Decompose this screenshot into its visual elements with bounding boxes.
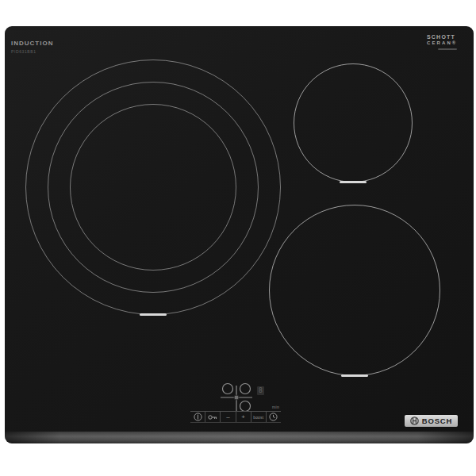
timer-clock-icon	[269, 413, 278, 421]
zone-front-marker	[140, 313, 167, 316]
model-number-label: PID631BB1	[11, 49, 36, 54]
induction-cooktop-glass: INDUCTION PID631BB1 SCHOTT CERAN®	[5, 26, 474, 432]
plus-label: +	[241, 414, 245, 420]
induction-label: INDUCTION	[11, 40, 53, 47]
timer-key[interactable]	[267, 412, 281, 422]
schott-logo-line1: SCHOTT	[427, 34, 459, 40]
cooking-zone-bottom-right	[269, 205, 440, 376]
key-lock-icon	[208, 414, 217, 420]
minus-key[interactable]: –	[221, 412, 236, 422]
front-edge-trim	[5, 432, 474, 443]
timer-min-label: min	[272, 405, 279, 409]
power-icon	[194, 413, 202, 421]
schott-ceran-logo: SCHOTT CERAN®	[427, 34, 459, 50]
cooking-zone-left-inner-ring	[70, 104, 236, 271]
power-level-display: 8	[257, 386, 264, 395]
bosch-logo-text: BOSCH	[422, 416, 452, 425]
zone-front-marker	[341, 374, 368, 377]
schott-tagline-bar	[438, 48, 457, 50]
touch-control-strip: – + boost	[190, 411, 281, 423]
cooking-zone-top-right	[294, 63, 413, 182]
child-lock-key[interactable]	[205, 412, 221, 422]
boost-key[interactable]: boost	[251, 412, 267, 422]
boost-label: boost	[253, 415, 263, 420]
power-key[interactable]	[190, 412, 205, 422]
zone-front-marker	[340, 181, 367, 183]
schott-logo-line2: CERAN®	[427, 40, 459, 46]
plus-key[interactable]: +	[236, 412, 251, 422]
bosch-logo-plate: BOSCH	[405, 415, 458, 427]
minus-label: –	[226, 414, 229, 420]
bosch-anchor-icon	[410, 416, 419, 425]
